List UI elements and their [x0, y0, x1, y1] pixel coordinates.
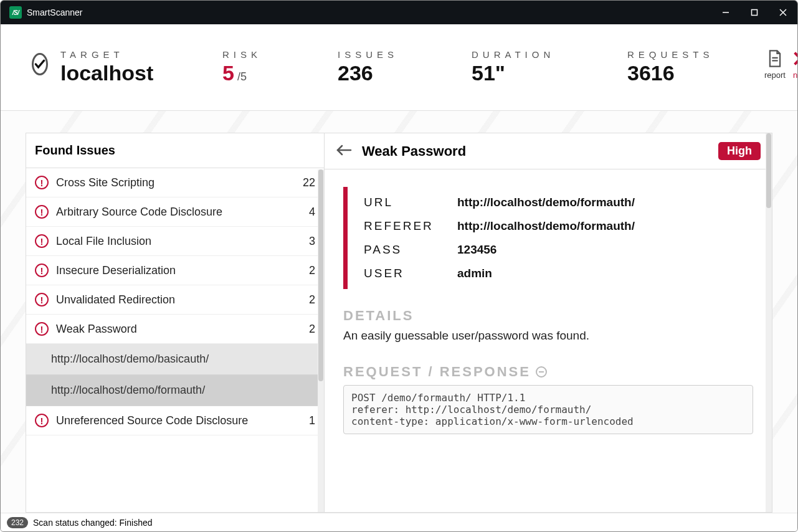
requests-stat: REQUESTS 3616 — [627, 49, 752, 85]
new-scan-button[interactable]: new — [792, 49, 798, 80]
found-issues-panel: Found Issues ! Cross Site Scripting 22 !… — [26, 133, 325, 513]
alert-icon: ! — [35, 264, 49, 277]
issue-item-redirect[interactable]: ! Unvalidated Redirection 2 — [26, 285, 324, 315]
referer-label: REFERER — [364, 219, 457, 233]
details-heading: DETAILS — [343, 308, 753, 324]
info-row-url: URL http://localhost/demo/formauth/ — [364, 191, 753, 214]
status-count-badge: 232 — [7, 517, 28, 528]
left-scroll-thumb[interactable] — [318, 169, 323, 381]
summary-header: TARGET localhost RISK 5 /5 ISSUES 236 DU… — [1, 24, 797, 111]
risk-stat: RISK 5 /5 — [222, 49, 325, 85]
issue-name: Local File Inclusion — [56, 235, 302, 248]
duration-stat: DURATION 51" — [472, 49, 615, 85]
issue-name: Unvalidated Redirection — [56, 293, 302, 306]
target-label: TARGET — [60, 49, 210, 60]
referer-value: http://localhost/demo/formauth/ — [457, 219, 635, 233]
main-body: Found Issues ! Cross Site Scripting 22 !… — [1, 111, 797, 513]
reqres-heading[interactable]: REQUEST / RESPONSE — [343, 364, 753, 380]
issue-count: 2 — [309, 264, 315, 277]
info-row-pass: PASS 123456 — [364, 238, 753, 262]
status-bar: 232 Scan status changed: Finished — [1, 513, 797, 531]
issue-sub-basicauth[interactable]: http://localhost/demo/basicauth/ — [26, 344, 324, 375]
target-stat: TARGET localhost — [60, 49, 210, 85]
issue-item-weak-password[interactable]: ! Weak Password 2 — [26, 315, 324, 344]
duration-value: 51" — [472, 61, 615, 85]
info-box: URL http://localhost/demo/formauth/ REFE… — [343, 187, 753, 289]
issue-item-deserialization[interactable]: ! Insecure Deserialization 2 — [26, 256, 324, 285]
pass-label: PASS — [364, 243, 457, 257]
report-button[interactable]: report — [764, 49, 786, 80]
alert-icon: ! — [35, 322, 49, 336]
issue-list[interactable]: ! Cross Site Scripting 22 ! Arbitrary So… — [26, 168, 324, 435]
issue-count: 3 — [309, 235, 315, 248]
issue-count: 2 — [309, 323, 315, 336]
severity-badge: High — [718, 142, 761, 160]
issue-count: 22 — [303, 176, 315, 189]
right-scroll-thumb[interactable] — [766, 133, 771, 208]
alert-icon: ! — [35, 205, 49, 219]
url-label: URL — [364, 196, 457, 209]
new-label: new — [793, 70, 798, 80]
minimize-button[interactable] — [711, 1, 740, 24]
alert-icon: ! — [35, 234, 49, 248]
app-icon: /S/ — [9, 6, 22, 19]
close-button[interactable] — [769, 1, 797, 24]
right-scrollbar[interactable] — [766, 133, 772, 512]
titlebar: /S/ SmartScanner — [1, 1, 797, 24]
risk-value: 5 /5 — [222, 61, 325, 85]
back-button[interactable] — [336, 144, 352, 159]
detail-header: Weak Password High — [325, 133, 772, 169]
left-scrollbar[interactable] — [318, 169, 324, 512]
issue-name: Arbitrary Source Code Disclosure — [56, 206, 302, 219]
found-issues-title: Found Issues — [26, 133, 324, 168]
detail-body: URL http://localhost/demo/formauth/ REFE… — [325, 169, 772, 512]
pass-value: 123456 — [457, 243, 496, 257]
scan-complete-icon — [32, 53, 48, 75]
issue-name: Cross Site Scripting — [56, 176, 295, 189]
request-response-box[interactable]: POST /demo/formauth/ HTTP/1.1 referer: h… — [343, 385, 753, 434]
issue-count: 1 — [309, 414, 315, 427]
issues-value: 236 — [338, 61, 459, 85]
user-label: USER — [364, 267, 457, 280]
detail-title: Weak Password — [362, 143, 708, 159]
app-title: SmartScanner — [27, 7, 82, 17]
issue-detail-panel: Weak Password High URL http://localhost/… — [325, 133, 772, 513]
requests-value: 3616 — [627, 61, 752, 85]
target-value: localhost — [60, 61, 210, 85]
issue-count: 4 — [309, 206, 315, 219]
info-row-user: USER admin — [364, 262, 753, 285]
url-value: http://localhost/demo/formauth/ — [457, 196, 635, 209]
issue-name: Weak Password — [56, 323, 302, 336]
user-value: admin — [457, 267, 492, 280]
alert-icon: ! — [35, 293, 49, 306]
issues-stat: ISSUES 236 — [338, 49, 459, 85]
issue-sub-formauth[interactable]: http://localhost/demo/formauth/ — [26, 375, 324, 406]
info-row-referer: REFERER http://localhost/demo/formauth/ — [364, 214, 753, 238]
requests-label: REQUESTS — [627, 49, 752, 60]
report-label: report — [764, 70, 786, 80]
issue-item-xss[interactable]: ! Cross Site Scripting 22 — [26, 168, 324, 197]
issue-name: Insecure Deserialization — [56, 264, 302, 277]
details-text: An easily guessable user/password was fo… — [343, 329, 753, 343]
issue-item-unreferenced[interactable]: ! Unreferenced Source Code Disclosure 1 — [26, 406, 324, 435]
duration-label: DURATION — [472, 49, 615, 60]
alert-icon: ! — [35, 414, 49, 427]
svg-rect-1 — [752, 10, 758, 16]
issue-item-lfi[interactable]: ! Local File Inclusion 3 — [26, 227, 324, 256]
status-text: Scan status changed: Finished — [33, 518, 152, 528]
issues-label: ISSUES — [338, 49, 459, 60]
alert-icon: ! — [35, 176, 49, 189]
issue-item-source-disclosure[interactable]: ! Arbitrary Source Code Disclosure 4 — [26, 197, 324, 227]
risk-label: RISK — [222, 49, 325, 60]
issue-count: 2 — [309, 293, 315, 306]
issue-name: Unreferenced Source Code Disclosure — [56, 414, 302, 427]
maximize-button[interactable] — [740, 1, 769, 24]
collapse-icon[interactable] — [536, 366, 547, 378]
